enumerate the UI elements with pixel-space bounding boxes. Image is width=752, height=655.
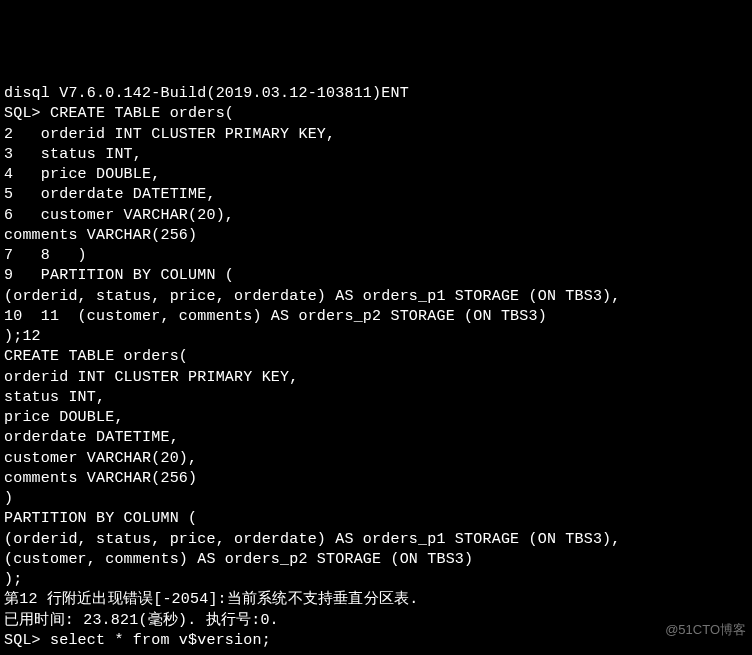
terminal-line: orderid INT CLUSTER PRIMARY KEY, [4,368,748,388]
terminal-line: 2 orderid INT CLUSTER PRIMARY KEY, [4,125,748,145]
terminal-line: price DOUBLE, [4,408,748,428]
terminal-line: PARTITION BY COLUMN ( [4,509,748,529]
terminal-line: orderdate DATETIME, [4,428,748,448]
terminal-line: comments VARCHAR(256) [4,469,748,489]
terminal-line: 9 PARTITION BY COLUMN ( [4,266,748,286]
watermark-text: @51CTO博客 [665,621,746,639]
terminal-line: 6 customer VARCHAR(20), [4,206,748,226]
terminal-line: 10 11 (customer, comments) AS orders_p2 … [4,307,748,327]
terminal-line: );12 [4,327,748,347]
terminal-line: disql V7.6.0.142-Build(2019.03.12-103811… [4,84,748,104]
terminal-line: 7 8 ) [4,246,748,266]
terminal-line: 3 status INT, [4,145,748,165]
terminal-output[interactable]: disql V7.6.0.142-Build(2019.03.12-103811… [4,84,748,655]
terminal-line: (customer, comments) AS orders_p2 STORAG… [4,550,748,570]
terminal-line: 5 orderdate DATETIME, [4,185,748,205]
terminal-line: SQL> CREATE TABLE orders( [4,104,748,124]
terminal-line: customer VARCHAR(20), [4,449,748,469]
terminal-line: ); [4,570,748,590]
terminal-line: CREATE TABLE orders( [4,347,748,367]
terminal-line: 4 price DOUBLE, [4,165,748,185]
terminal-line: status INT, [4,388,748,408]
terminal-line: (orderid, status, price, orderdate) AS o… [4,287,748,307]
terminal-line: SQL> select * from v$version; [4,631,748,651]
terminal-line: (orderid, status, price, orderdate) AS o… [4,530,748,550]
terminal-line: comments VARCHAR(256) [4,226,748,246]
terminal-line: 第12 行附近出现错误[-2054]:当前系统不支持垂直分区表. [4,590,748,610]
terminal-line: 已用时间: 23.821(毫秒). 执行号:0. [4,611,748,631]
terminal-line [4,651,748,655]
terminal-line: ) [4,489,748,509]
